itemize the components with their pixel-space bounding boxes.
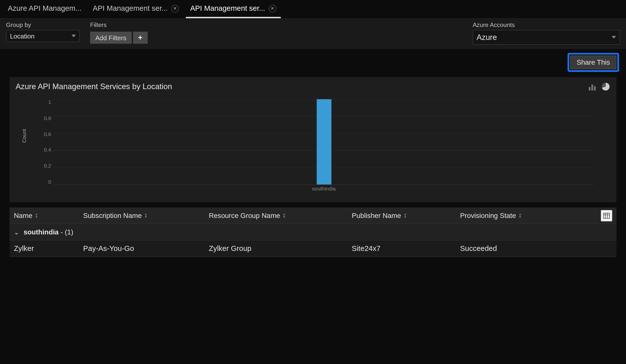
chart-panel: Azure API Management Services by Locatio… bbox=[9, 77, 617, 202]
cell-resource-group: Zylker Group bbox=[209, 244, 352, 253]
toolbar: Group by Location Filters Add Filters + … bbox=[0, 18, 626, 49]
cell-publisher: Site24x7 bbox=[352, 244, 460, 253]
pie-chart-icon[interactable] bbox=[602, 83, 611, 90]
chart: Count 1 0.8 0.6 0.4 0.2 0 southindia bbox=[37, 99, 606, 194]
tab-1[interactable]: API Management ser... ✕ bbox=[88, 0, 183, 18]
col-label: Resource Group Name bbox=[209, 212, 280, 219]
col-subscription[interactable]: Subscription Name ▲▼ bbox=[83, 212, 209, 219]
y-tick: 0.4 bbox=[44, 147, 51, 153]
x-tick: southindia bbox=[312, 186, 336, 194]
chart-type-toggle bbox=[589, 83, 611, 90]
tab-label: Azure API Managem... bbox=[8, 4, 81, 13]
bar-southindia[interactable] bbox=[316, 99, 331, 184]
bar-chart-icon[interactable] bbox=[589, 83, 598, 90]
close-icon[interactable]: ✕ bbox=[269, 4, 276, 12]
group-label: southindia bbox=[23, 228, 58, 235]
share-row: Share This bbox=[0, 49, 626, 75]
svg-rect-0 bbox=[604, 213, 610, 218]
azure-accounts-control: Azure Accounts Azure bbox=[473, 21, 620, 45]
table-columns-icon bbox=[603, 212, 610, 219]
tab-0[interactable]: Azure API Managem... bbox=[3, 0, 86, 18]
col-name[interactable]: Name ▲▼ bbox=[14, 212, 83, 219]
tab-label: API Management ser... bbox=[93, 4, 168, 13]
tab-2[interactable]: API Management ser... ✕ bbox=[186, 0, 281, 18]
col-state[interactable]: Provisioning State ▲▼ bbox=[460, 212, 577, 219]
azure-accounts-value: Azure bbox=[477, 33, 497, 42]
group-count: - (1) bbox=[61, 228, 73, 235]
panel-title: Azure API Management Services by Locatio… bbox=[15, 82, 172, 91]
chevron-down-icon bbox=[612, 36, 616, 38]
y-axis-label: Count bbox=[21, 129, 27, 143]
group-by-control: Group by Location bbox=[6, 21, 80, 42]
table-row[interactable]: Zylker Pay-As-You-Go Zylker Group Site24… bbox=[9, 240, 617, 257]
azure-accounts-dropdown[interactable]: Azure bbox=[473, 30, 620, 45]
results-table: Name ▲▼ Subscription Name ▲▼ Resource Gr… bbox=[9, 207, 617, 257]
y-tick: 0.6 bbox=[44, 131, 51, 137]
column-settings-button[interactable] bbox=[601, 210, 612, 221]
group-by-label: Group by bbox=[6, 21, 80, 28]
y-tick: 0.2 bbox=[44, 163, 51, 169]
cell-state: Succeeded bbox=[460, 244, 577, 253]
group-row[interactable]: ⌄ southindia - (1) bbox=[9, 224, 617, 240]
sort-icon: ▲▼ bbox=[283, 213, 286, 218]
close-icon[interactable]: ✕ bbox=[171, 4, 179, 12]
sort-icon: ▲▼ bbox=[404, 213, 407, 218]
tab-bar: Azure API Managem... API Management ser.… bbox=[0, 0, 626, 18]
tab-label: API Management ser... bbox=[190, 4, 265, 13]
col-label: Publisher Name bbox=[352, 212, 401, 219]
add-filter-plus-button[interactable]: + bbox=[133, 32, 148, 44]
y-axis: 1 0.8 0.6 0.4 0.2 0 bbox=[37, 99, 51, 185]
y-tick: 0 bbox=[48, 179, 51, 185]
share-this-button[interactable]: Share This bbox=[570, 55, 617, 69]
sort-icon: ▲▼ bbox=[519, 213, 522, 218]
group-by-dropdown[interactable]: Location bbox=[6, 30, 80, 42]
plot-area bbox=[54, 99, 594, 185]
y-tick: 1 bbox=[48, 99, 51, 105]
col-label: Subscription Name bbox=[83, 212, 142, 219]
chevron-down-icon: ⌄ bbox=[14, 228, 19, 235]
filters-label: Filters bbox=[90, 21, 148, 28]
azure-accounts-label: Azure Accounts bbox=[473, 21, 620, 28]
y-tick: 0.8 bbox=[44, 115, 51, 121]
cell-subscription: Pay-As-You-Go bbox=[83, 244, 209, 253]
sort-icon: ▲▼ bbox=[144, 213, 147, 218]
cell-name: Zylker bbox=[14, 244, 83, 253]
filters-control: Filters Add Filters + bbox=[90, 21, 148, 44]
x-axis: southindia bbox=[54, 186, 594, 194]
col-publisher[interactable]: Publisher Name ▲▼ bbox=[352, 212, 460, 219]
col-label: Provisioning State bbox=[460, 212, 516, 219]
table-header: Name ▲▼ Subscription Name ▲▼ Resource Gr… bbox=[9, 207, 617, 224]
col-resource-group[interactable]: Resource Group Name ▲▼ bbox=[209, 212, 352, 219]
sort-icon: ▲▼ bbox=[35, 213, 38, 218]
chevron-down-icon bbox=[71, 35, 76, 37]
col-label: Name bbox=[14, 212, 32, 219]
share-highlight: Share This bbox=[568, 53, 619, 72]
add-filters-button[interactable]: Add Filters bbox=[90, 32, 132, 44]
group-by-value: Location bbox=[10, 32, 34, 39]
